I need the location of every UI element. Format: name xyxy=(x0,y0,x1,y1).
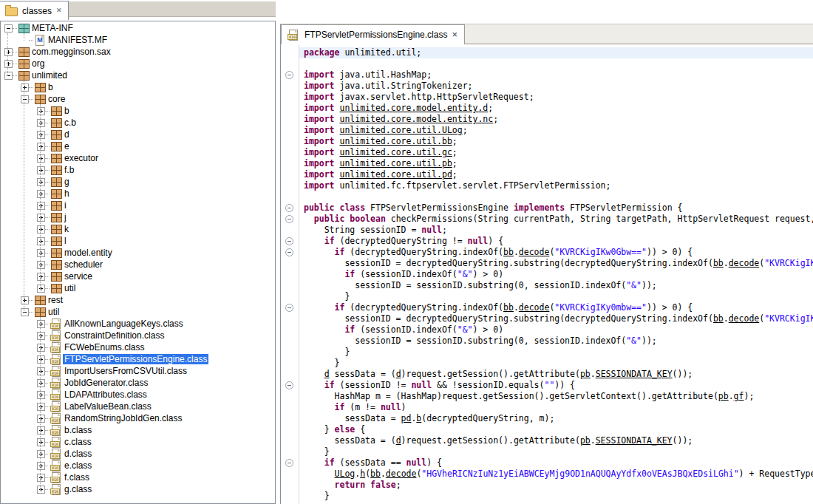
code-link[interactable]: bb xyxy=(713,313,724,324)
expand-plus-icon[interactable] xyxy=(37,214,45,222)
tree-item-e-class[interactable]: 010e.class xyxy=(1,460,275,471)
expand-plus-icon[interactable] xyxy=(37,285,45,293)
fold-collapse-icon[interactable] xyxy=(285,248,293,256)
expand-plus-icon[interactable] xyxy=(37,486,45,494)
tree-item-randomstringjobidgen-class[interactable]: 010RandomStringJobIdGen.class xyxy=(1,412,275,424)
expand-plus-icon[interactable] xyxy=(37,261,45,269)
code-link[interactable]: decode xyxy=(386,469,417,479)
tree-item-service[interactable]: service xyxy=(1,270,275,282)
code-link[interactable]: unlimited.core.util.ULog xyxy=(339,125,462,135)
tree-item-util[interactable]: util xyxy=(1,282,275,294)
tree-item-meta-inf[interactable]: META-INF xyxy=(1,22,275,34)
collapse-minus-icon[interactable] xyxy=(4,72,13,80)
code-link[interactable]: unlimited.core.util.pd xyxy=(339,169,452,180)
expand-plus-icon[interactable] xyxy=(37,367,45,375)
expand-plus-icon[interactable] xyxy=(21,84,29,92)
tree-item-c-class[interactable]: 010c.class xyxy=(1,436,275,448)
expand-plus-icon[interactable] xyxy=(37,438,45,446)
code-link[interactable]: bb xyxy=(370,469,381,479)
expand-plus-icon[interactable] xyxy=(37,332,45,340)
tree-item-labelvaluebean-class[interactable]: 010LabelValueBean.class xyxy=(1,401,275,412)
fold-collapse-icon[interactable] xyxy=(285,237,293,245)
expand-plus-icon[interactable] xyxy=(37,178,45,186)
expand-plus-icon[interactable] xyxy=(37,403,45,411)
tree-item-g-class[interactable]: 010g.class xyxy=(1,483,275,495)
code-link[interactable]: unlimited.core.model.entity.d xyxy=(339,103,488,113)
tab-ftpservletpermissionsengine-class[interactable]: 010 FTPServletPermissionsEngine.class ✕ xyxy=(281,24,465,44)
tree-item-e[interactable]: e xyxy=(1,140,275,152)
tree-item-ldapattributes-class[interactable]: 010LDAPAttributes.class xyxy=(1,389,275,401)
expand-plus-icon[interactable] xyxy=(37,143,45,151)
tree-item-d[interactable]: d xyxy=(1,129,275,140)
tree-item-importusersfromcsvutil-class[interactable]: 010ImportUsersFromCSVUtil.class xyxy=(1,365,275,377)
tree-item-b-class[interactable]: 010b.class xyxy=(1,424,275,436)
expand-plus-icon[interactable] xyxy=(37,462,45,470)
tree-item-com-megginson-sax[interactable]: com.megginson.sax xyxy=(1,46,275,58)
expand-plus-icon[interactable] xyxy=(37,225,45,234)
fold-collapse-icon[interactable] xyxy=(285,304,293,312)
code-link[interactable]: d xyxy=(396,435,401,446)
code-link[interactable]: bb xyxy=(503,247,514,257)
code-link[interactable]: d xyxy=(396,369,401,379)
tree-item-rest[interactable]: rest xyxy=(1,294,275,306)
tree-item-model-entity[interactable]: model.entity xyxy=(1,247,275,259)
code-link[interactable]: ULog xyxy=(335,469,356,479)
close-icon[interactable]: ✕ xyxy=(452,32,457,38)
fold-collapse-icon[interactable] xyxy=(285,381,293,389)
tree-item-j[interactable]: j xyxy=(1,211,275,223)
fold-collapse-icon[interactable] xyxy=(285,204,293,212)
code-link[interactable]: gf xyxy=(734,391,744,401)
tree-item-b[interactable]: b xyxy=(1,81,275,93)
tree-item-scheduler[interactable]: scheduler xyxy=(1,259,275,270)
expand-plus-icon[interactable] xyxy=(37,415,45,423)
tree-item-f-class[interactable]: 010f.class xyxy=(1,471,275,483)
code-link[interactable]: decode xyxy=(519,302,550,313)
code-link[interactable]: unlimited.core.util.gc xyxy=(339,147,452,157)
code-link[interactable]: decode xyxy=(519,247,550,257)
expand-plus-icon[interactable] xyxy=(37,166,45,174)
code-link[interactable]: unlimited.core.util.pb xyxy=(339,158,452,168)
expand-plus-icon[interactable] xyxy=(37,190,45,198)
expand-plus-icon[interactable] xyxy=(37,379,45,387)
expand-plus-icon[interactable] xyxy=(37,154,45,163)
tree-item-constraintdefinition-class[interactable]: 010ConstraintDefinition.class xyxy=(1,330,275,341)
tree-item-util[interactable]: util xyxy=(1,306,275,318)
expand-plus-icon[interactable] xyxy=(4,48,13,56)
expand-plus-icon[interactable] xyxy=(37,237,45,245)
code-link[interactable]: SESSIONDATA_KEY xyxy=(596,369,673,379)
code-link[interactable]: SESSIONDATA_KEY xyxy=(596,435,673,446)
code-link[interactable]: unlimited.core.model.entity.nc xyxy=(339,114,493,124)
expand-plus-icon[interactable] xyxy=(4,60,13,68)
expand-plus-icon[interactable] xyxy=(37,355,45,364)
code-link[interactable]: d xyxy=(324,369,330,379)
tab-classes[interactable]: classes ✕ xyxy=(0,1,69,20)
expand-plus-icon[interactable] xyxy=(37,426,45,435)
fold-collapse-icon[interactable] xyxy=(285,215,293,223)
expand-plus-icon[interactable] xyxy=(21,296,29,304)
tree-item-unlimited[interactable]: unlimited xyxy=(1,69,275,81)
tree-item-c-b[interactable]: c.b xyxy=(1,117,275,129)
expand-plus-icon[interactable] xyxy=(37,450,45,458)
code-link[interactable]: bb xyxy=(503,302,514,313)
expand-plus-icon[interactable] xyxy=(37,474,45,482)
collapse-minus-icon[interactable] xyxy=(21,95,29,103)
code-link[interactable]: unlimited.core.util.bb xyxy=(339,136,452,146)
tree-item-l[interactable]: l xyxy=(1,235,275,247)
tree-item-manifest-mf[interactable]: MMANIFEST.MF xyxy=(1,34,275,46)
tree-item-i[interactable]: i xyxy=(1,200,275,211)
expand-plus-icon[interactable] xyxy=(37,131,45,139)
code-link[interactable]: pb xyxy=(580,369,591,379)
code-link[interactable]: pb xyxy=(580,435,591,446)
tree-item-jobidgenerator-class[interactable]: 010JobIdGenerator.class xyxy=(1,377,275,389)
tree-item-d-class[interactable]: 010d.class xyxy=(1,448,275,460)
tree-item-f-b[interactable]: f.b xyxy=(1,164,275,176)
collapse-minus-icon[interactable] xyxy=(4,24,13,33)
code-link[interactable]: decode xyxy=(729,258,760,268)
tree-item-g[interactable]: g xyxy=(1,176,275,188)
collapse-minus-icon[interactable] xyxy=(21,308,29,316)
tree-item-executor[interactable]: executor xyxy=(1,152,275,164)
code-link[interactable]: bb xyxy=(713,258,724,268)
tree-item-h[interactable]: h xyxy=(1,188,275,200)
close-icon[interactable]: ✕ xyxy=(56,7,62,14)
expand-plus-icon[interactable] xyxy=(37,391,45,399)
